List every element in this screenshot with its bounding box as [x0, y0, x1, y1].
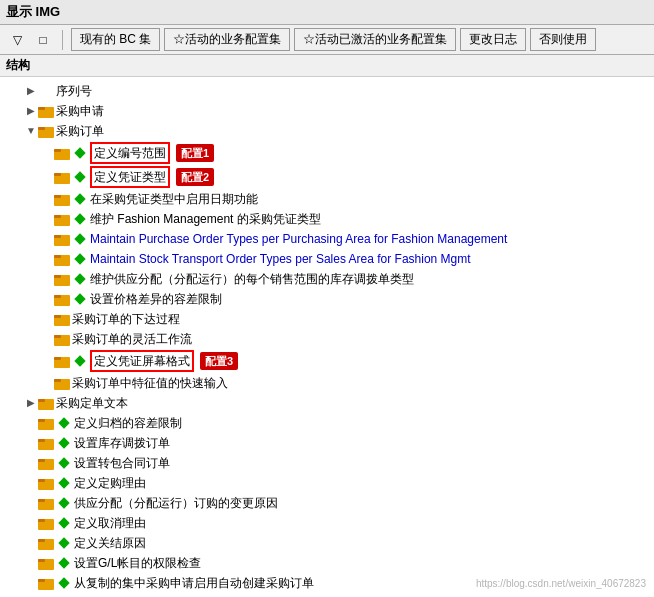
toolbar: ▽ □ 现有的 BC 集 ☆活动的业务配置集 ☆活动已激活的业务配置集 更改日志…: [0, 25, 654, 55]
folder-icon: [54, 211, 70, 227]
change-log-button[interactable]: 更改日志: [460, 28, 526, 51]
diamond-icon: [72, 251, 88, 267]
tree-row[interactable]: ▶序列号: [0, 81, 654, 101]
item-text[interactable]: 采购申请: [56, 102, 104, 120]
svg-rect-38: [38, 399, 45, 402]
item-text[interactable]: 从复制的集中采购申请启用自动创建采购订单: [74, 574, 314, 592]
tree-row[interactable]: Maintain Stock Transport Order Types per…: [0, 249, 654, 269]
item-text[interactable]: 维护 Fashion Management 的采购凭证类型: [90, 210, 321, 228]
expand-icon[interactable]: ▶: [24, 84, 38, 98]
tree-row[interactable]: 定义编号范围配置1: [0, 141, 654, 165]
item-text[interactable]: 设置G/L帐目的权限检查: [74, 554, 201, 572]
toolbar-icon-copy[interactable]: □: [32, 29, 54, 51]
item-text[interactable]: 采购订单: [56, 122, 104, 140]
window-title: 显示 IMG: [6, 4, 60, 19]
folder-icon: [38, 555, 54, 571]
expand-icon[interactable]: ▼: [24, 124, 38, 138]
svg-rect-50: [58, 477, 69, 488]
tree-row[interactable]: 定义取消理由: [0, 513, 654, 533]
folder-icon: [54, 191, 70, 207]
active-config-button[interactable]: ☆活动的业务配置集: [164, 28, 290, 51]
svg-rect-3: [38, 127, 45, 130]
tree-row[interactable]: 设置库存调拨订单: [0, 433, 654, 453]
diamond-icon: [72, 353, 88, 369]
svg-rect-58: [38, 539, 45, 542]
section-label: 结构: [0, 55, 654, 77]
item-text[interactable]: 设置价格差异的容差限制: [90, 290, 222, 308]
badge: 配置2: [176, 168, 214, 186]
folder-icon: [38, 103, 54, 119]
highlight-box: 定义编号范围: [90, 142, 170, 164]
item-text[interactable]: 采购定单文本: [56, 394, 128, 412]
tree-row[interactable]: 维护 Fashion Management 的采购凭证类型: [0, 209, 654, 229]
item-text[interactable]: 维护供应分配（分配运行）的每个销售范围的库存调拨单类型: [90, 270, 414, 288]
toolbar-icon-down[interactable]: ▽: [6, 29, 28, 51]
folder-icon: [38, 495, 54, 511]
svg-rect-26: [54, 295, 61, 298]
item-text[interactable]: Maintain Stock Transport Order Types per…: [90, 250, 471, 268]
folder-icon: [54, 271, 70, 287]
tree-row[interactable]: 定义凭证类型配置2: [0, 165, 654, 189]
tree-row[interactable]: ▶采购定单文本: [0, 393, 654, 413]
item-text[interactable]: 定义定购理由: [74, 474, 146, 492]
diamond-icon: [56, 515, 72, 531]
tree-row[interactable]: 定义凭证屏幕格式配置3: [0, 349, 654, 373]
item-text[interactable]: 定义编号范围: [94, 144, 166, 162]
svg-rect-29: [54, 315, 61, 318]
expand-icon[interactable]: ▶: [24, 104, 38, 118]
diamond-icon: [56, 435, 72, 451]
item-text[interactable]: Maintain Purchase Order Types per Purcha…: [90, 230, 507, 248]
item-text[interactable]: 定义凭证屏幕格式: [94, 352, 190, 370]
folder-icon: [38, 515, 54, 531]
item-text[interactable]: 序列号: [56, 82, 92, 100]
tree-row[interactable]: Maintain Purchase Order Types per Purcha…: [0, 229, 654, 249]
item-text[interactable]: 定义关结原因: [74, 534, 146, 552]
tree-row[interactable]: ▼采购订单: [0, 121, 654, 141]
badge: 配置1: [176, 144, 214, 162]
diamond-icon: [72, 211, 88, 227]
otherwise-use-button[interactable]: 否则使用: [530, 28, 596, 51]
activated-config-button[interactable]: ☆活动已激活的业务配置集: [294, 28, 456, 51]
folder-icon: [38, 475, 54, 491]
tree-row[interactable]: ▶采购申请: [0, 101, 654, 121]
svg-rect-8: [54, 173, 61, 176]
bc-set-button[interactable]: 现有的 BC 集: [71, 28, 160, 51]
svg-rect-24: [74, 273, 85, 284]
item-text[interactable]: 供应分配（分配运行）订购的变更原因: [74, 494, 278, 512]
item-text[interactable]: 在采购凭证类型中启用日期功能: [90, 190, 258, 208]
item-text[interactable]: 设置转包合同订单: [74, 454, 170, 472]
item-text[interactable]: 采购订单中特征值的快速输入: [72, 374, 228, 392]
tree-row[interactable]: 供应分配（分配运行）订购的变更原因: [0, 493, 654, 513]
folder-icon: [38, 435, 54, 451]
tree-row[interactable]: ▶开票计划: [0, 593, 654, 594]
svg-rect-41: [58, 417, 69, 428]
svg-rect-64: [38, 579, 45, 582]
tree-row[interactable]: 设置价格差异的容差限制: [0, 289, 654, 309]
item-text[interactable]: 设置库存调拨订单: [74, 434, 170, 452]
item-text[interactable]: 定义归档的容差限制: [74, 414, 182, 432]
diamond-icon: [56, 555, 72, 571]
item-text[interactable]: 采购订单的下达过程: [72, 310, 180, 328]
tree-row[interactable]: 采购订单中特征值的快速输入: [0, 373, 654, 393]
item-text[interactable]: 定义凭证类型: [94, 168, 166, 186]
folder-icon: [54, 231, 70, 247]
diamond-icon: [72, 169, 88, 185]
tree-row[interactable]: 定义关结原因: [0, 533, 654, 553]
tree-row[interactable]: 维护供应分配（分配运行）的每个销售范围的库存调拨单类型: [0, 269, 654, 289]
svg-rect-6: [74, 147, 85, 158]
tree-row[interactable]: 定义归档的容差限制: [0, 413, 654, 433]
tree-row[interactable]: 设置G/L帐目的权限检查: [0, 553, 654, 573]
svg-rect-20: [54, 255, 61, 258]
tree-row[interactable]: 在采购凭证类型中启用日期功能: [0, 189, 654, 209]
tree-row[interactable]: 采购订单的灵活工作流: [0, 329, 654, 349]
tree-row[interactable]: 设置转包合同订单: [0, 453, 654, 473]
diamond-icon: [72, 271, 88, 287]
tree-row[interactable]: 从复制的集中采购申请启用自动创建采购订单: [0, 573, 654, 593]
item-text[interactable]: 定义取消理由: [74, 514, 146, 532]
tree-row[interactable]: 定义定购理由: [0, 473, 654, 493]
expand-icon[interactable]: ▶: [24, 396, 38, 410]
item-text[interactable]: 采购订单的灵活工作流: [72, 330, 192, 348]
tree-row[interactable]: 采购订单的下达过程: [0, 309, 654, 329]
svg-rect-18: [74, 233, 85, 244]
svg-rect-31: [54, 335, 61, 338]
